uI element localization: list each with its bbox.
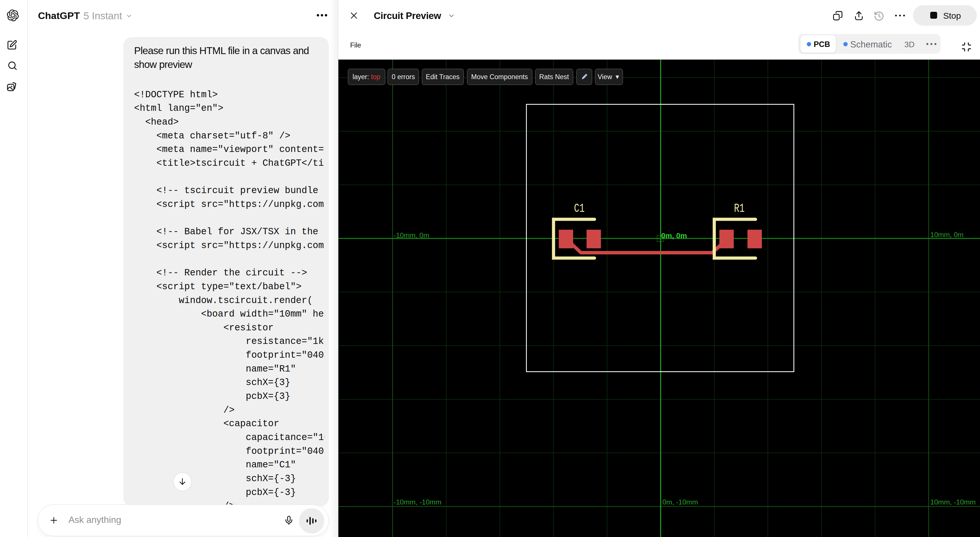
svg-text:0m, 0m: 0m, 0m: [661, 231, 687, 240]
svg-text:10mm, 0m: 10mm, 0m: [930, 231, 964, 239]
svg-text:10mm, -10mm: 10mm, -10mm: [930, 498, 976, 506]
svg-text:-10mm, 0m: -10mm, 0m: [394, 231, 429, 239]
svg-text:-10mm, -10mm: -10mm, -10mm: [394, 498, 441, 506]
svg-text:0m, -10mm: 0m, -10mm: [662, 498, 698, 506]
svg-text:C1: C1: [574, 202, 585, 215]
svg-text:R1: R1: [734, 202, 745, 215]
